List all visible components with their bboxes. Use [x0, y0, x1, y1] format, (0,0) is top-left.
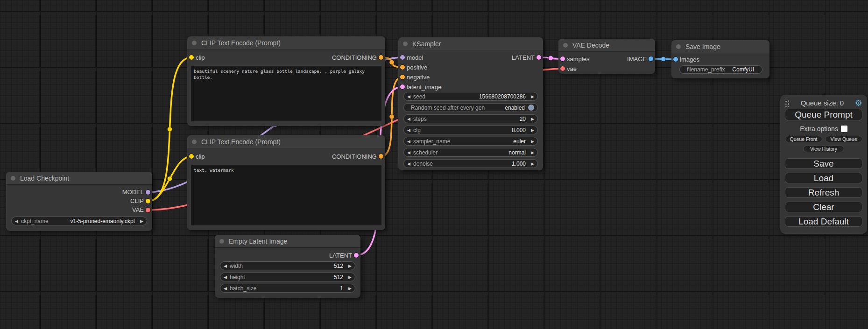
input-label-negative: negative [407, 74, 430, 81]
collapse-dot-icon[interactable] [192, 41, 197, 45]
width-widget[interactable]: ◀ width 512 ▶ [220, 261, 355, 270]
node-ksampler[interactable]: KSampler model LATENT positive negative … [398, 37, 543, 170]
increment-arrow-icon[interactable]: ▶ [528, 94, 534, 99]
node-title-bar[interactable]: Empty Latent Image [215, 235, 360, 248]
decrement-arrow-icon[interactable]: ◀ [407, 128, 413, 133]
increment-arrow-icon[interactable]: ▶ [528, 139, 534, 144]
decrement-arrow-icon[interactable]: ◀ [407, 94, 413, 99]
comfyui-canvas[interactable]: { "ui": { "arrow_left": "◀", "arrow_righ… [0, 0, 868, 329]
output-port-model[interactable] [146, 190, 150, 195]
decrement-arrow-icon[interactable]: ◀ [407, 139, 413, 144]
output-port-conditioning[interactable] [379, 55, 383, 60]
input-port-negative[interactable] [400, 75, 405, 79]
collapse-dot-icon[interactable] [563, 43, 568, 48]
decrement-arrow-icon[interactable]: ◀ [224, 264, 230, 268]
link-midpoint-dot-negative-conditioning[interactable] [389, 114, 394, 119]
extra-options-checkbox[interactable] [841, 126, 847, 132]
input-label-latent-image: latent_image [407, 84, 441, 91]
denoise-widget[interactable]: ◀ denoise 1.000 ▶ [403, 159, 538, 168]
cfg-widget[interactable]: ◀ cfg 8.000 ▶ [403, 126, 538, 134]
node-title-bar[interactable]: CLIP Text Encode (Prompt) [187, 36, 385, 49]
seed-widget[interactable]: ◀ seed 156680208700286 ▶ [403, 92, 538, 101]
node-title: KSampler [412, 40, 441, 48]
input-port-samples[interactable] [560, 56, 565, 61]
node-clip-text-encode-positive[interactable]: CLIP Text Encode (Prompt) clip CONDITION… [187, 36, 385, 126]
ckpt-name-widget[interactable]: ◀ ckpt_name v1-5-pruned-emaonly.ckpt ▶ [11, 217, 147, 225]
collapse-dot-icon[interactable] [403, 42, 408, 46]
decrement-arrow-icon[interactable]: ◀ [407, 150, 413, 155]
widget-value: 156680208700286 [479, 93, 526, 100]
increment-arrow-icon[interactable]: ▶ [528, 161, 534, 166]
negative-prompt-textarea[interactable]: text, watermark [191, 165, 381, 225]
view-history-button[interactable]: View History [803, 146, 844, 152]
queue-front-button[interactable]: Queue Front [785, 136, 822, 142]
input-port-clip[interactable] [189, 55, 194, 60]
sampler-name-widget[interactable]: ◀ sampler_name euler ▶ [403, 137, 538, 146]
collapse-dot-icon[interactable] [219, 239, 224, 244]
collapse-dot-icon[interactable] [192, 140, 197, 144]
decrement-arrow-icon[interactable]: ◀ [224, 286, 230, 291]
link-midpoint-dot-latent-to-decode[interactable] [549, 56, 553, 61]
increment-arrow-icon[interactable]: ▶ [346, 286, 352, 291]
decrement-arrow-icon[interactable]: ◀ [224, 275, 230, 280]
link-midpoint-dot-positive-conditioning[interactable] [389, 60, 394, 65]
output-port-conditioning[interactable] [379, 154, 383, 159]
node-title-bar[interactable]: VAE Decode [558, 39, 655, 52]
input-port-vae[interactable] [560, 66, 565, 71]
random-seed-toggle-widget[interactable]: Random seed after every gen enabled [403, 103, 538, 112]
input-port-latent-image[interactable] [400, 84, 405, 89]
save-button[interactable]: Save [785, 158, 862, 169]
link-midpoint-dot-image-to-save[interactable] [661, 57, 666, 62]
node-clip-text-encode-negative[interactable]: CLIP Text Encode (Prompt) clip CONDITION… [187, 135, 385, 230]
node-title-bar[interactable]: Save Image [671, 40, 769, 53]
drag-handle-icon[interactable] [785, 99, 790, 107]
output-label-model: MODEL [122, 189, 144, 196]
steps-widget[interactable]: ◀ steps 20 ▶ [403, 114, 538, 123]
input-label-images: images [680, 56, 699, 63]
node-title-bar[interactable]: CLIP Text Encode (Prompt) [187, 135, 385, 148]
output-port-clip[interactable] [146, 199, 150, 203]
increment-arrow-icon[interactable]: ▶ [137, 219, 143, 224]
output-port-image[interactable] [649, 56, 653, 61]
node-vae-decode[interactable]: VAE Decode samples IMAGE vae [558, 39, 655, 74]
node-empty-latent-image[interactable]: Empty Latent Image LATENT ◀ width 512 ▶ … [215, 235, 360, 298]
queue-prompt-button[interactable]: Queue Prompt [785, 109, 862, 120]
increment-arrow-icon[interactable]: ▶ [528, 150, 534, 155]
queue-panel: Queue size: 0 ⚙ Queue Prompt Extra optio… [780, 95, 867, 234]
increment-arrow-icon[interactable]: ▶ [528, 128, 534, 133]
node-save-image[interactable]: Save Image images filename_prefix ComfyU… [671, 40, 769, 78]
collapse-dot-icon[interactable] [676, 44, 681, 49]
input-port-model[interactable] [400, 55, 405, 60]
increment-arrow-icon[interactable]: ▶ [346, 264, 352, 268]
settings-gear-icon[interactable]: ⚙ [855, 99, 862, 107]
output-port-latent[interactable] [354, 253, 359, 258]
increment-arrow-icon[interactable]: ▶ [346, 275, 352, 280]
node-title-bar[interactable]: Load Checkpoint [6, 172, 152, 185]
batch-size-widget[interactable]: ◀ batch_size 1 ▶ [220, 284, 355, 293]
link-midpoint-dot-clip-to-positive-encode[interactable] [168, 127, 172, 132]
scheduler-widget[interactable]: ◀ scheduler normal ▶ [403, 148, 538, 157]
filename-prefix-widget[interactable]: filename_prefix ComfyUI [679, 65, 762, 74]
node-load-checkpoint[interactable]: Load Checkpoint MODEL CLIP VAE ◀ ckpt_na… [6, 172, 152, 231]
input-port-images[interactable] [673, 57, 678, 62]
decrement-arrow-icon[interactable]: ◀ [15, 219, 21, 224]
positive-prompt-textarea[interactable]: beautiful scenery nature glass bottle la… [191, 66, 381, 121]
toggle-dot-icon[interactable] [528, 105, 534, 111]
clear-button[interactable]: Clear [785, 202, 862, 212]
load-button[interactable]: Load [785, 173, 862, 183]
input-port-clip[interactable] [189, 154, 194, 159]
input-label-vae: vae [567, 65, 577, 72]
link-midpoint-dot-clip-to-negative-encode[interactable] [168, 176, 172, 181]
height-widget[interactable]: ◀ height 512 ▶ [220, 273, 355, 281]
node-title-bar[interactable]: KSampler [398, 37, 543, 50]
decrement-arrow-icon[interactable]: ◀ [407, 117, 413, 121]
view-queue-button[interactable]: View Queue [825, 136, 862, 142]
input-port-positive[interactable] [400, 65, 405, 70]
decrement-arrow-icon[interactable]: ◀ [407, 161, 413, 166]
output-port-latent[interactable] [536, 55, 541, 60]
increment-arrow-icon[interactable]: ▶ [528, 117, 534, 121]
refresh-button[interactable]: Refresh [785, 187, 862, 198]
output-port-vae[interactable] [146, 208, 150, 212]
collapse-dot-icon[interactable] [11, 176, 15, 181]
load-default-button[interactable]: Load Default [785, 216, 862, 227]
